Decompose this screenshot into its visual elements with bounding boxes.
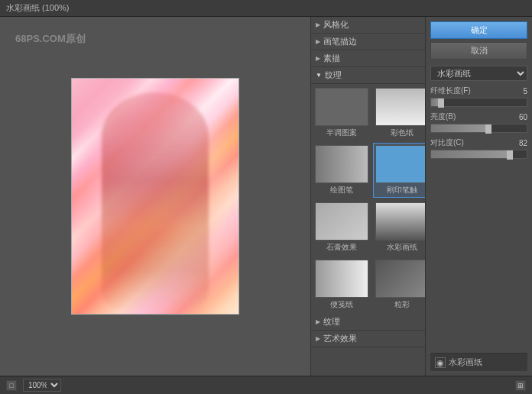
- title-bar: 水彩画纸 (100%): [0, 0, 532, 17]
- label-fenggehua: 风格化: [323, 19, 349, 31]
- label-f10: 便笺纸: [330, 299, 353, 310]
- arrow-pixiu: ▶: [316, 318, 320, 325]
- confirm-button[interactable]: 确定: [430, 21, 527, 39]
- eye-icon[interactable]: ◉: [435, 357, 446, 368]
- label-f4: 绘图笔: [330, 185, 353, 195]
- label-jili: 纹理: [325, 69, 342, 81]
- label-f11: 粒彩: [394, 299, 410, 310]
- slider-fiber-thumb[interactable]: [438, 98, 444, 108]
- filter-item-f10[interactable]: 便笺纸: [313, 257, 371, 312]
- thumb-f11: [375, 260, 425, 298]
- slider-fiber-track[interactable]: [430, 98, 527, 107]
- arrow-jili: ▼: [316, 72, 322, 79]
- thumb-f10: [315, 260, 368, 298]
- thumb-f2: [375, 88, 425, 126]
- watermark: 68PS.COM原创: [15, 32, 86, 46]
- slider-contrast-thumb[interactable]: [507, 150, 513, 160]
- filter-item-f4[interactable]: 绘图笔: [313, 143, 371, 198]
- label-f1: 半调图案: [326, 128, 357, 138]
- category-jili[interactable]: ▼ 纹理: [311, 67, 425, 84]
- category-yishu[interactable]: ▶ 艺术效果: [311, 331, 425, 347]
- label-f7: 石膏效果: [326, 242, 357, 253]
- filter-item-f11[interactable]: 粒彩: [373, 257, 425, 312]
- slider-contrast: 对比度(C) 82: [430, 137, 527, 159]
- filter-dropdown[interactable]: 水彩画纸: [430, 66, 527, 81]
- slider-brightness-thumb[interactable]: [485, 124, 491, 134]
- slider-brightness-value: 60: [509, 113, 527, 121]
- canvas-image: [71, 78, 239, 315]
- zoom-select[interactable]: 100%: [23, 379, 61, 392]
- category-suqiao[interactable]: ▶ 素描: [311, 50, 425, 67]
- slider-contrast-fill: [431, 150, 510, 158]
- label-pixiu: 纹理: [323, 316, 340, 328]
- status-bar: □ 100% ⊞: [0, 376, 532, 394]
- label-huabiaochu: 画笔描边: [323, 36, 357, 47]
- slider-fiber-label: 纤维长度(F): [430, 86, 509, 96]
- slider-contrast-label: 对比度(C): [430, 137, 509, 148]
- slider-brightness-label: 亮度(B): [430, 111, 509, 122]
- slider-brightness-fill: [431, 124, 488, 132]
- thumb-f1: [315, 88, 368, 126]
- slider-fiber-value: 5: [509, 87, 527, 95]
- title-bar-text: 水彩画纸 (100%): [6, 2, 70, 14]
- left-icon-glyph: □: [9, 382, 13, 389]
- filter-panel: ▶ 风格化 ▶ 画笔描边 ▶ 素描 ▼ 纹理 半调图案: [310, 17, 425, 376]
- arrow-yishu: ▶: [316, 335, 320, 342]
- filter-item-f8[interactable]: 水彩画纸: [373, 200, 425, 255]
- filter-item-f7[interactable]: 石膏效果: [313, 200, 371, 255]
- arrow-fenggehua: ▶: [316, 21, 320, 28]
- slider-contrast-value: 82: [509, 139, 527, 147]
- status-icon-right[interactable]: ⊞: [515, 380, 526, 391]
- label-f5: 刚印笔触: [387, 185, 417, 195]
- figure: [102, 92, 209, 314]
- label-f2: 彩色纸: [391, 128, 414, 138]
- thumb-f8: [375, 202, 425, 241]
- canvas-area: 68PS.COM原创: [0, 17, 310, 376]
- filter-name-bar: ◉ 水彩画纸: [430, 353, 527, 371]
- slider-fiber-length: 纤维长度(F) 5: [430, 86, 527, 107]
- thumb-f7: [315, 202, 368, 241]
- slider-contrast-track[interactable]: [430, 150, 527, 159]
- category-huabiaochu[interactable]: ▶ 画笔描边: [311, 34, 425, 50]
- settings-panel: 确定 取消 水彩画纸 纤维长度(F) 5 亮度(B) 60: [425, 17, 532, 376]
- category-pixiu[interactable]: ▶ 纹理: [311, 314, 425, 331]
- slider-brightness-track[interactable]: [430, 124, 527, 133]
- category-fenggehua[interactable]: ▶ 风格化: [311, 17, 425, 34]
- filter-item-f1[interactable]: 半调图案: [313, 86, 371, 140]
- label-yishu: 艺术效果: [323, 333, 357, 344]
- main-area: 68PS.COM原创 ▶ 风格化 ▶ 画笔描边 ▶ 素描 ▼ 纹理: [0, 17, 532, 376]
- filter-item-f5[interactable]: 刚印笔触: [373, 143, 425, 198]
- label-f8: 水彩画纸: [387, 242, 417, 253]
- thumb-f5: [375, 145, 425, 183]
- thumb-f4: [315, 145, 368, 183]
- filter-item-f2[interactable]: 彩色纸: [373, 86, 425, 140]
- filter-grid: 半调图案 彩色纸 铬黄边缘 绘图笔 刚印笔触: [311, 84, 425, 314]
- active-filter-name: 水彩画纸: [449, 357, 482, 368]
- label-suqiao: 素描: [323, 53, 340, 64]
- right-icon-glyph: ⊞: [517, 382, 524, 389]
- slider-brightness: 亮度(B) 60: [430, 111, 527, 133]
- filter-scroll[interactable]: ▶ 风格化 ▶ 画笔描边 ▶ 素描 ▼ 纹理 半调图案: [311, 17, 425, 347]
- arrow-suqiao: ▶: [316, 55, 320, 62]
- status-icon-left[interactable]: □: [6, 380, 17, 391]
- cancel-button[interactable]: 取消: [430, 42, 527, 60]
- arrow-huabiaochu: ▶: [316, 38, 320, 45]
